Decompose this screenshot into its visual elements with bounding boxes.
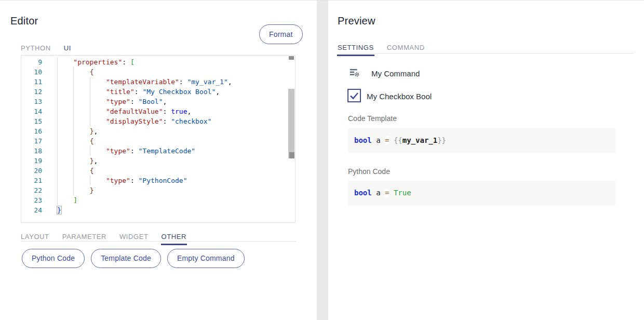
- code-line-11: 11 "templateVariable": "my_var_1",: [21, 77, 288, 87]
- editor-bottom-tabs: LAYOUTPARAMETERWIDGETOTHER: [21, 232, 199, 245]
- code-line-17: 17 {: [21, 136, 288, 146]
- code-template-code: bool a = {{my_var_1}}: [354, 135, 446, 146]
- code-line-24: 24}: [21, 205, 288, 215]
- code-line-9: 9 "properties": [: [21, 57, 288, 67]
- line-number: 24: [21, 205, 42, 215]
- tab-widget[interactable]: WIDGET: [119, 233, 149, 245]
- line-number: 16: [21, 126, 42, 136]
- line-number: 22: [21, 185, 42, 195]
- code-line-16: 16 },: [21, 126, 288, 136]
- preview-panel: Preview SETTINGSCOMMAND: [328, 1, 644, 320]
- tab-python[interactable]: PYTHON: [21, 44, 51, 56]
- code-token: {{: [394, 136, 403, 144]
- code-template-label: Code Template: [348, 114, 397, 123]
- code-line-20: 20 {: [21, 166, 288, 176]
- python-code-button[interactable]: Python Code: [22, 249, 85, 268]
- code-lines: 9 "properties": [10 {11 "templateVariabl…: [21, 57, 288, 215]
- line-number: 15: [21, 116, 42, 126]
- line-number: 9: [21, 57, 42, 67]
- code-token: bool: [354, 136, 372, 144]
- code-token: }}: [437, 136, 446, 144]
- tab-ui[interactable]: UI: [64, 44, 71, 56]
- editor-tabs: PYTHONUI: [21, 43, 84, 56]
- tab-command[interactable]: COMMAND: [387, 44, 425, 56]
- editor-scrollbar[interactable]: [288, 56, 295, 222]
- python-code-code: bool a = True: [354, 188, 411, 198]
- code-line-10: 10 {: [21, 67, 288, 77]
- code-line-19: 19 },: [21, 156, 288, 166]
- line-number: 21: [21, 176, 42, 185]
- code-token: my_var_1: [403, 136, 437, 144]
- code-line-18: 18 "type": "TemplateCode": [21, 146, 288, 156]
- code-line-22: 22 }: [21, 185, 288, 195]
- code-editor[interactable]: 9 "properties": [10 {11 "templateVariabl…: [21, 55, 296, 223]
- tab-layout[interactable]: LAYOUT: [21, 233, 49, 245]
- overview-ruler-marker: [289, 152, 294, 158]
- empty-command-button[interactable]: Empty Command: [167, 249, 245, 268]
- line-number: 19: [21, 156, 42, 166]
- code-token: bool: [354, 189, 372, 197]
- pane-divider: [317, 1, 328, 320]
- line-number: 13: [21, 97, 42, 106]
- tab-parameter[interactable]: PARAMETER: [62, 233, 106, 245]
- code-line-23: 23 ]: [21, 195, 288, 205]
- code-token: [389, 136, 393, 144]
- code-template-block: bool a = {{my_var_1}}: [348, 128, 615, 153]
- editor-action-buttons: Python CodeTemplate CodeEmpty Command: [22, 249, 251, 268]
- code-token: a: [372, 136, 385, 144]
- tab-other[interactable]: OTHER: [162, 233, 187, 245]
- code-token: True: [394, 189, 411, 197]
- line-number: 18: [21, 146, 42, 156]
- python-code-label: Python Code: [348, 167, 390, 176]
- preview-tabs: SETTINGSCOMMAND: [338, 43, 438, 56]
- my-checkbox-bool-checkbox[interactable]: [347, 89, 361, 102]
- line-number: 17: [21, 136, 42, 146]
- code-line-13: 13 "type": "Bool",: [21, 97, 288, 106]
- code-token: [389, 189, 393, 197]
- format-button[interactable]: Format: [259, 24, 303, 44]
- line-number: 12: [21, 87, 42, 97]
- code-line-15: 15 "displayStyle": "checkbox": [21, 116, 288, 126]
- python-code-block: bool a = True: [348, 181, 615, 205]
- checkbox-label: My Checkbox Bool: [367, 92, 432, 101]
- tab-settings[interactable]: SETTINGS: [338, 44, 374, 56]
- editor-title: Editor: [10, 15, 38, 27]
- command-label: My Command: [371, 69, 420, 78]
- bottom-tabs-divider: [21, 241, 296, 242]
- code-token: a: [372, 189, 385, 197]
- line-number: 11: [21, 77, 42, 87]
- editor-panel: Editor Format PYTHONUI 9 "properties": […: [0, 1, 317, 320]
- line-number: 10: [21, 67, 42, 77]
- line-number: 20: [21, 166, 42, 176]
- preview-tabs-divider: [338, 53, 634, 54]
- list-settings-icon: [349, 67, 360, 81]
- line-number: 23: [21, 195, 42, 205]
- scrollbar-thumb[interactable]: [288, 89, 294, 158]
- template-code-button[interactable]: Template Code: [91, 249, 161, 268]
- code-line-12: 12 "title": "My Checkbox Bool",: [21, 87, 288, 97]
- overview-ruler-marker: [289, 56, 294, 60]
- line-number: 14: [21, 106, 42, 116]
- preview-title: Preview: [338, 15, 375, 27]
- code-line-21: 21 "type": "PythonCode": [21, 176, 288, 185]
- code-line-14: 14 "defaultValue": true,: [21, 106, 288, 116]
